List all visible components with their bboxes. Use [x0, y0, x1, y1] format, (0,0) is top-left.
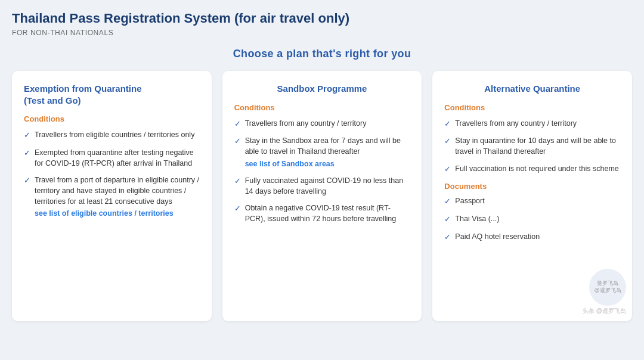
card-1-title: Exemption from Quarantine(Test and Go): [24, 83, 200, 106]
sandbox-areas-link[interactable]: see list of Sandbox areas: [245, 159, 410, 169]
page-subtitle: FOR NON-THAI NATIONALS: [12, 29, 632, 37]
list-item: ✓ Stay in quarantine for 10 days and wil…: [444, 135, 620, 157]
list-item: ✓ Obtain a negative COVID-19 test result…: [234, 203, 410, 224]
list-item: ✓ Travellers from any country / territor…: [444, 118, 620, 130]
list-item-text: Thai Visa (...): [455, 213, 499, 224]
page-wrapper: Thailand Pass Registration System (for a…: [0, 0, 644, 333]
list-item-text: Stay in quarantine for 10 days and will …: [455, 135, 620, 157]
list-item-text: Stay in the Sandbox area for 7 days and …: [245, 135, 410, 169]
list-item: ✓ Stay in the Sandbox area for 7 days an…: [234, 135, 410, 169]
card-2-conditions-list: ✓ Travellers from any country / territor…: [234, 118, 410, 225]
checkmark-icon: ✓: [234, 203, 241, 215]
list-item: ✓ Paid AQ hotel reservation: [444, 231, 620, 243]
checkmark-icon: ✓: [444, 119, 451, 130]
list-item: ✓ Exempted from quarantine after testing…: [24, 147, 200, 169]
card-3-docs-label: Documents: [444, 182, 620, 191]
list-item: ✓ Travellers from eligible countries / t…: [24, 129, 200, 141]
card-3-title: Alternative Quarantine: [444, 83, 620, 95]
card-2-title: Sandbox Programme: [234, 83, 410, 95]
card-alternative-quarantine: Alternative Quarantine Conditions ✓ Trav…: [432, 71, 632, 321]
checkmark-icon: ✓: [444, 214, 451, 225]
checkmark-icon: ✓: [234, 176, 241, 187]
list-item-text: Travellers from any country / territory: [455, 118, 577, 129]
checkmark-icon: ✓: [24, 130, 30, 141]
section-heading: Choose a plan that's right for you: [12, 48, 632, 60]
list-item: ✓ Travel from a port of departure in eli…: [24, 175, 200, 219]
eligible-countries-link[interactable]: see list of eligible countries / territo…: [35, 208, 200, 219]
card-exemption: Exemption from Quarantine(Test and Go) C…: [12, 71, 212, 321]
list-item-text: Travellers from eligible countries / ter…: [35, 129, 194, 140]
list-item-text: Travellers from any country / territory: [245, 118, 367, 129]
checkmark-icon: ✓: [444, 196, 451, 207]
cards-row: Exemption from Quarantine(Test and Go) C…: [12, 71, 632, 321]
card-3-conditions-list: ✓ Travellers from any country / territor…: [444, 118, 620, 175]
card-sandbox: Sandbox Programme Conditions ✓ Traveller…: [222, 71, 422, 321]
list-item: ✓ Thai Visa (...): [444, 213, 620, 225]
checkmark-icon: ✓: [444, 136, 451, 147]
list-item: ✓ Full vaccination is not required under…: [444, 163, 620, 175]
list-item-text: Exempted from quarantine after testing n…: [35, 147, 200, 169]
list-item-text: Obtain a negative COVID-19 test result (…: [245, 203, 410, 224]
list-item: ✓ Passport: [444, 195, 620, 207]
checkmark-icon: ✓: [234, 119, 241, 130]
checkmark-icon: ✓: [24, 175, 30, 187]
list-item: ✓ Fully vaccinated against COVID-19 no l…: [234, 175, 410, 197]
card-1-conditions-label: Conditions: [24, 114, 200, 123]
card-3-conditions-label: Conditions: [444, 103, 620, 112]
card-2-conditions-label: Conditions: [234, 103, 410, 112]
card-3-docs-list: ✓ Passport ✓ Thai Visa (...) ✓ Paid AQ h…: [444, 195, 620, 243]
list-item-text: Fully vaccinated against COVID-19 no les…: [245, 175, 410, 197]
list-item: ✓ Travellers from any country / territor…: [234, 118, 410, 130]
checkmark-icon: ✓: [24, 148, 30, 159]
checkmark-icon: ✓: [444, 232, 451, 243]
checkmark-icon: ✓: [444, 164, 451, 175]
list-item-text: Paid AQ hotel reservation: [455, 231, 540, 242]
card-1-conditions-list: ✓ Travellers from eligible countries / t…: [24, 129, 200, 219]
list-item-text: Passport: [455, 195, 484, 206]
checkmark-icon: ✓: [234, 136, 241, 147]
page-title: Thailand Pass Registration System (for a…: [12, 11, 632, 26]
list-item-text: Travel from a port of departure in eligi…: [35, 175, 200, 219]
list-item-text: Full vaccination is not required under t…: [455, 163, 618, 174]
